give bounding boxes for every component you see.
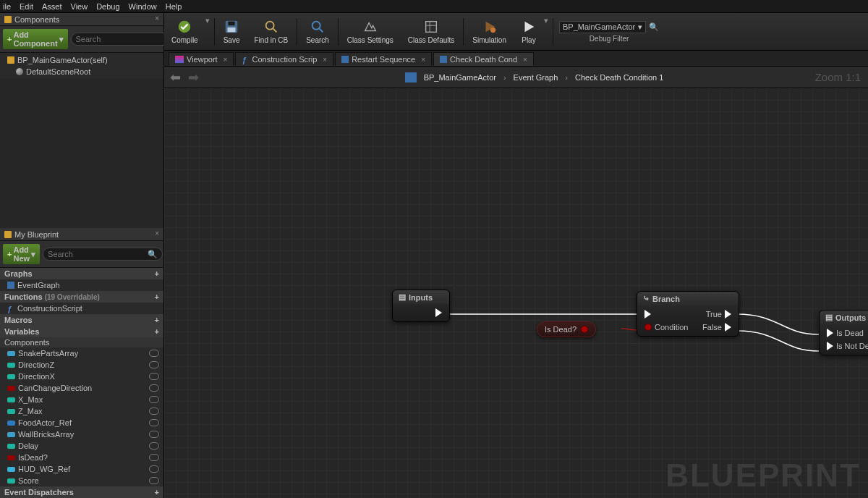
true-pin[interactable]: True	[706, 310, 731, 318]
visibility-toggle-icon[interactable]	[149, 431, 159, 438]
menu-view[interactable]: View	[71, 2, 88, 11]
event-dispatchers-header[interactable]: Event Dispatchers +	[0, 486, 163, 498]
exec-in-pin[interactable]	[644, 310, 651, 318]
close-icon[interactable]: ×	[523, 56, 527, 64]
toolbar-dropdown-icon[interactable]: ▾	[205, 13, 213, 25]
variable-hud-wg-ref[interactable]: HUD_WG_Ref	[0, 463, 163, 475]
variable-isdead-[interactable]: IsDead?	[0, 452, 163, 463]
tab-viewport[interactable]: Viewport ×	[169, 52, 234, 66]
add-component-button[interactable]: + Add Component ▾	[3, 29, 68, 49]
find-in-cb-button[interactable]: Find in CB	[247, 13, 295, 50]
nav-back-button[interactable]: ⬅	[170, 69, 181, 85]
close-icon[interactable]: ×	[155, 14, 159, 22]
menu-file[interactable]: ile	[3, 2, 11, 11]
add-function-icon[interactable]: +	[155, 292, 159, 301]
construction-script-item[interactable]: ƒConstructionScript	[0, 303, 163, 314]
visibility-toggle-icon[interactable]	[149, 350, 159, 357]
class-settings-button[interactable]: Class Settings	[340, 13, 401, 50]
close-icon[interactable]: ×	[421, 56, 425, 64]
close-icon[interactable]: ×	[155, 229, 159, 237]
is-dead-pin[interactable]: Is Dead	[827, 329, 864, 337]
blueprint-search-input[interactable]	[48, 250, 148, 258]
component-bp-actor[interactable]: BP_MainGameActor(self)	[0, 54, 163, 66]
menu-debug[interactable]: Debug	[96, 2, 119, 11]
variable-wallbricksarray[interactable]: WallBricksArray	[0, 429, 163, 440]
components-search-input[interactable]	[76, 35, 176, 43]
variable-delay[interactable]: Delay	[0, 440, 163, 452]
component-default-scene-root[interactable]: DefaultSceneRoot	[0, 66, 163, 77]
variable-snakepartsarray[interactable]: SnakePartsArray	[0, 347, 163, 359]
variable-directionx[interactable]: DirectionX	[0, 371, 163, 382]
add-variable-icon[interactable]: +	[155, 327, 159, 336]
variable-score[interactable]: Score	[0, 475, 163, 486]
compile-button[interactable]: Compile	[164, 13, 205, 50]
variable-type-icon	[7, 421, 15, 426]
tab-construction-script[interactable]: ƒ Construction Scrip ×	[235, 52, 333, 66]
visibility-toggle-icon[interactable]	[149, 465, 159, 473]
node-branch[interactable]: ⤷Branch True Condition False	[637, 291, 739, 337]
my-blueprint-tab[interactable]: My Blueprint ×	[0, 228, 163, 241]
node-inputs[interactable]: ▤Inputs	[392, 290, 450, 322]
add-dispatcher-icon[interactable]: +	[155, 488, 159, 497]
debug-filter-dropdown[interactable]: BP_MainGameActor ▾	[559, 21, 646, 33]
dropdown-icon: ▾	[31, 250, 35, 259]
visibility-toggle-icon[interactable]	[149, 384, 159, 392]
simulation-button[interactable]: Simulation	[465, 13, 514, 50]
nav-forward-button[interactable]: ➡	[188, 69, 199, 85]
exec-out-pin[interactable]	[435, 308, 442, 317]
visibility-toggle-icon[interactable]	[149, 396, 159, 403]
components-tab[interactable]: Components ×	[0, 13, 163, 26]
add-graph-icon[interactable]: +	[155, 269, 159, 278]
node-is-dead-var[interactable]: Is Dead?	[537, 321, 596, 337]
find-debug-icon[interactable]: 🔍	[649, 22, 659, 32]
visibility-toggle-icon[interactable]	[149, 408, 159, 415]
menu-window[interactable]: Window	[129, 2, 157, 11]
play-dropdown-icon[interactable]: ▾	[544, 13, 551, 25]
breadcrumb-leaf[interactable]: Check Death Condition 1	[575, 73, 663, 82]
plus-icon: +	[7, 250, 12, 258]
menu-edit[interactable]: Edit	[20, 2, 33, 11]
blueprint-search[interactable]: 🔍	[43, 248, 163, 261]
graphs-header[interactable]: Graphs +	[0, 268, 163, 279]
save-button[interactable]: Save	[216, 13, 247, 50]
visibility-toggle-icon[interactable]	[149, 442, 159, 450]
visibility-toggle-icon[interactable]	[149, 419, 159, 426]
add-new-button[interactable]: + Add New ▾	[3, 244, 40, 264]
macros-header[interactable]: Macros +	[0, 314, 163, 326]
svg-point-4	[265, 22, 273, 30]
bool-out-pin[interactable]	[581, 326, 588, 333]
tab-check-death-cond[interactable]: Check Death Cond ×	[433, 52, 534, 66]
search-button[interactable]: Search	[299, 13, 336, 50]
add-macro-icon[interactable]: +	[155, 316, 159, 324]
menu-help[interactable]: Help	[166, 2, 182, 11]
variable-z-max[interactable]: Z_Max	[0, 405, 163, 417]
variable-foodactor-ref[interactable]: FoodActor_Ref	[0, 417, 163, 429]
variable-type-icon	[7, 409, 15, 414]
components-subheader[interactable]: Components	[0, 337, 163, 347]
node-outputs[interactable]: ▤Outputs Is Dead Is Not Dead	[819, 310, 868, 355]
visibility-toggle-icon[interactable]	[149, 361, 159, 368]
event-graph-item[interactable]: EventGraph	[0, 279, 163, 291]
class-defaults-button[interactable]: Class Defaults	[401, 13, 461, 50]
play-button[interactable]: Play	[514, 13, 544, 50]
breadcrumb-graph[interactable]: Event Graph	[514, 73, 558, 82]
variables-header[interactable]: Variables +	[0, 326, 163, 337]
is-not-dead-pin[interactable]: Is Not Dead	[827, 342, 868, 350]
variable-directionz[interactable]: DirectionZ	[0, 359, 163, 371]
graph-icon	[405, 72, 417, 83]
close-icon[interactable]: ×	[224, 56, 228, 64]
menu-asset[interactable]: Asset	[42, 2, 62, 11]
close-icon[interactable]: ×	[323, 56, 327, 64]
graph-icon	[440, 56, 447, 63]
variable-x-max[interactable]: X_Max	[0, 394, 163, 405]
tab-restart-sequence[interactable]: Restart Sequence ×	[335, 52, 432, 66]
visibility-toggle-icon[interactable]	[149, 454, 159, 461]
graph-canvas[interactable]: ▤Inputs Is Dead? ⤷Branch True Condition …	[164, 88, 868, 498]
visibility-toggle-icon[interactable]	[149, 477, 159, 484]
breadcrumb-root[interactable]: BP_MainGameActor	[424, 73, 496, 82]
variable-canchangedirection[interactable]: CanChangeDirection	[0, 382, 163, 394]
condition-pin[interactable]: Condition	[644, 323, 688, 332]
false-pin[interactable]: False	[702, 323, 731, 332]
functions-header[interactable]: Functions (19 Overridable) +	[0, 291, 163, 303]
visibility-toggle-icon[interactable]	[149, 373, 159, 380]
